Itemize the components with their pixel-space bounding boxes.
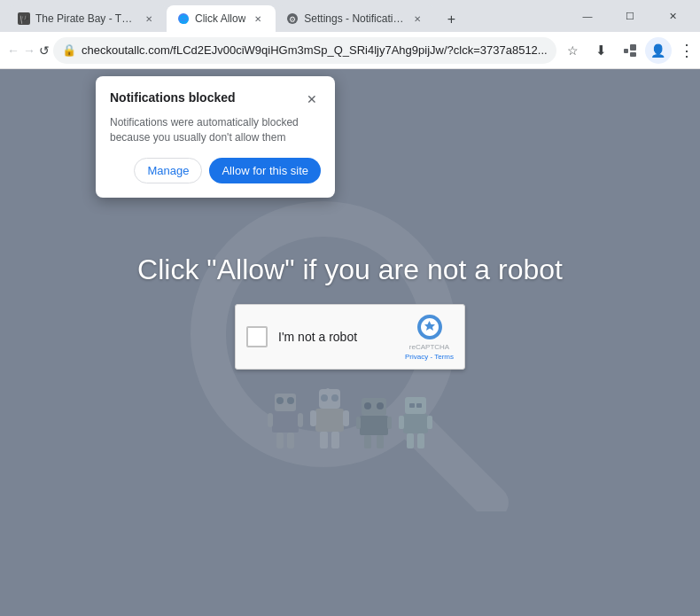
svg-rect-30: [331, 432, 339, 448]
tab-label-pirate-bay: The Pirate Bay - The galax: [35, 12, 136, 25]
svg-rect-38: [377, 435, 384, 448]
svg-rect-27: [310, 410, 316, 426]
menu-button[interactable]: ⋮: [673, 37, 700, 64]
svg-rect-6: [624, 49, 628, 53]
recaptcha-privacy-terms: Privacy - Terms: [405, 353, 454, 361]
close-button[interactable]: ✕: [652, 2, 693, 30]
svg-rect-8: [630, 52, 636, 57]
svg-text:🏴: 🏴: [19, 14, 30, 25]
back-button[interactable]: ←: [7, 37, 19, 64]
lock-icon: 🔒: [62, 43, 76, 57]
svg-rect-34: [360, 416, 388, 435]
popup-header: Notifications blocked ✕: [110, 90, 321, 108]
svg-rect-39: [405, 397, 426, 414]
recaptcha-logo-area: reCAPTCHA Privacy - Terms: [405, 313, 454, 361]
extensions-button[interactable]: [617, 37, 643, 64]
tab-close-settings[interactable]: ✕: [410, 12, 424, 26]
recaptcha-label: I'm not a robot: [278, 330, 394, 344]
tab-close-pirate-bay[interactable]: ✕: [142, 12, 156, 26]
reload-button[interactable]: ↺: [39, 37, 50, 64]
download-button[interactable]: ⬇: [588, 37, 615, 64]
svg-rect-28: [343, 410, 349, 426]
svg-rect-37: [364, 435, 371, 448]
svg-rect-46: [417, 433, 424, 448]
browser-frame: 🏴 The Pirate Bay - The galax ✕ 🌐 Click A…: [0, 0, 700, 616]
svg-rect-41: [416, 403, 422, 408]
svg-text:🌐: 🌐: [179, 14, 190, 25]
address-bar[interactable]: 🔒 checkoutallc.com/fLCd2EJv00ciW9qiHGm3m…: [53, 37, 556, 64]
svg-rect-42: [403, 414, 428, 433]
maximize-button[interactable]: ☐: [610, 2, 650, 30]
bookmark-button[interactable]: ☆: [560, 37, 587, 64]
notification-popup: Notifications blocked ✕ Notifications we…: [96, 76, 335, 198]
recaptcha-brand: reCAPTCHA: [409, 343, 449, 351]
popup-body: Notifications were automatically blocked…: [110, 115, 321, 145]
tab-pirate-bay[interactable]: 🏴 The Pirate Bay - The galax ✕: [7, 5, 167, 32]
tab-favicon-click-allow: 🌐: [177, 12, 190, 25]
robot-figure-1: [268, 392, 303, 449]
svg-rect-18: [268, 413, 273, 427]
tab-bar: 🏴 The Pirate Bay - The galax ✕ 🌐 Click A…: [7, 0, 560, 32]
svg-rect-26: [315, 409, 344, 432]
svg-point-23: [321, 394, 328, 402]
tab-close-click-allow[interactable]: ✕: [251, 12, 265, 26]
svg-point-16: [287, 397, 294, 404]
toolbar: ← → ↺ 🔒 checkoutallc.com/fLCd2EJv00ciW9q…: [0, 32, 700, 69]
popup-buttons: Manage Allow for this site: [110, 158, 321, 183]
svg-rect-19: [298, 413, 303, 427]
profile-button[interactable]: 👤: [645, 37, 672, 64]
svg-rect-7: [630, 44, 636, 51]
tab-favicon-settings: ⚙: [286, 12, 299, 25]
tab-settings-notifications[interactable]: ⚙ Settings - Notifications ✕: [276, 5, 435, 32]
svg-rect-44: [427, 416, 432, 429]
svg-point-24: [331, 394, 338, 402]
minimize-button[interactable]: —: [567, 2, 608, 30]
robot-figure-2: [310, 387, 349, 449]
tab-favicon-pirate-bay: 🏴: [18, 12, 30, 25]
robots-row: [268, 387, 432, 449]
svg-rect-17: [272, 411, 299, 433]
window-controls: — ☐ ✕: [567, 2, 693, 30]
svg-point-33: [377, 402, 384, 409]
svg-rect-20: [276, 433, 284, 448]
svg-rect-35: [356, 417, 361, 429]
svg-rect-45: [407, 433, 414, 448]
svg-rect-25: [326, 388, 330, 394]
svg-text:⚙: ⚙: [289, 15, 296, 24]
svg-point-15: [276, 397, 284, 404]
robot-figure-3: [356, 396, 392, 449]
svg-rect-40: [409, 403, 415, 408]
page-content: Click "Allow" if you are not a robot I'm…: [0, 69, 700, 616]
svg-point-32: [364, 402, 371, 409]
robot-figure-4: [399, 394, 432, 449]
forward-button[interactable]: →: [23, 37, 35, 64]
svg-rect-43: [399, 416, 404, 429]
svg-rect-21: [287, 433, 294, 448]
toolbar-right: ☆ ⬇ 👤 ⋮: [560, 37, 700, 64]
svg-rect-36: [387, 417, 392, 429]
svg-rect-29: [320, 432, 328, 448]
title-bar: 🏴 The Pirate Bay - The galax ✕ 🌐 Click A…: [0, 0, 700, 32]
manage-button[interactable]: Manage: [134, 158, 202, 183]
new-tab-button[interactable]: +: [439, 7, 463, 32]
url-text: checkoutallc.com/fLCd2EJv00ciW9qiHGm3mSp…: [82, 43, 548, 57]
recaptcha-checkbox[interactable]: [246, 326, 268, 347]
popup-title: Notifications blocked: [110, 90, 236, 105]
tab-click-allow[interactable]: 🌐 Click Allow ✕: [167, 5, 276, 32]
recaptcha-box[interactable]: I'm not a robot reCAPTCHA Privacy - Term…: [235, 304, 465, 370]
tab-label-click-allow: Click Allow: [195, 12, 245, 25]
tab-label-settings: Settings - Notifications: [304, 12, 405, 25]
popup-close-button[interactable]: ✕: [303, 90, 321, 108]
allow-for-this-site-button[interactable]: Allow for this site: [209, 158, 321, 183]
